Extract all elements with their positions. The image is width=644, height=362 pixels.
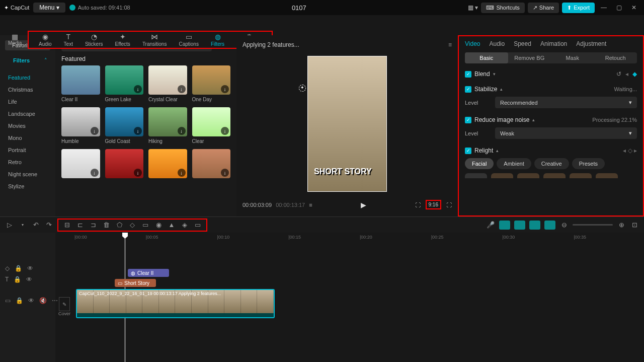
prop-tab-speed[interactable]: Speed [514,40,531,47]
sidebar-item-landscape[interactable]: Landscape [0,108,55,120]
keyframe-icon[interactable]: ◆ [632,70,637,78]
sidebar-item-portrait[interactable]: Portrait [0,144,55,156]
relight-preset[interactable] [491,173,513,178]
mic-icon[interactable]: 🎤 [486,221,495,230]
layout-icon[interactable]: ▦ ▾ [468,4,478,11]
relight-preset[interactable] [570,173,592,178]
filter-clear-ii[interactable]: Clear II [61,65,100,102]
relight-tab-creative[interactable]: Creative [534,158,569,169]
prop-tab-adjustment[interactable]: Adjustment [576,40,606,47]
rotate-icon[interactable]: ◈ [180,221,189,230]
snap-button[interactable] [544,221,555,230]
noise-checkbox[interactable]: ✓ [465,117,471,123]
split-right-icon[interactable]: ⊐ [89,221,98,230]
delete-icon[interactable]: 🗑 [102,221,111,230]
sidebar-item-mono[interactable]: Mono [0,132,55,144]
filter-one-day[interactable]: ↓One Day [192,65,231,102]
sidebar-item-christmas[interactable]: Christmas [0,84,55,96]
download-icon[interactable]: ↓ [134,85,142,93]
tool-icon[interactable]: ◉ [154,221,163,230]
track-mute-icon[interactable]: 🔇 [39,297,47,304]
track-visible-icon[interactable]: 👁 [27,265,33,272]
download-icon[interactable]: ↓ [178,127,186,135]
download-icon[interactable]: ↓ [221,169,229,177]
nav-text[interactable]: TText [58,32,79,48]
download-icon[interactable]: ↓ [221,85,229,93]
prop-tab-animation[interactable]: Animation [540,40,567,47]
zoom-slider[interactable] [573,224,613,226]
split-left-icon[interactable]: ⊏ [75,221,85,230]
track-lock-icon[interactable]: 🔒 [16,297,23,304]
download-icon[interactable]: ↓ [178,169,186,177]
relight-preset[interactable] [465,173,487,178]
blend-checkbox[interactable]: ✓ [465,71,471,78]
link-button[interactable] [514,221,525,230]
filter-item[interactable]: ↓ [105,149,144,178]
play-button[interactable]: ▶ [361,201,366,209]
undo-icon[interactable]: ↶ [31,221,40,230]
noise-level-select[interactable]: Weak▾ [495,127,637,139]
dropdown-icon[interactable]: ▾ [18,221,27,230]
sidebar-item-featured[interactable]: Featured [0,71,55,84]
subtab-retouch[interactable]: Retouch [594,52,637,63]
filters-tab[interactable]: Filters˄ [0,52,55,68]
filter-clip[interactable]: ◍ Clear II [128,269,169,277]
sidebar-item-life[interactable]: Life [0,96,55,108]
chevron-up-icon[interactable]: ▴ [496,148,499,153]
video-clip[interactable]: CapCut_110_2022_9_22_16_01_19 00:00:13:1… [76,289,275,318]
relight-tab-facial[interactable]: Facial [465,158,494,169]
relight-tab-presets[interactable]: Presets [572,158,605,169]
nav-media[interactable]: ▦Media [4,32,26,47]
nav-transitions[interactable]: ⋈Transitions [136,32,173,48]
keyframe-marker-icon[interactable]: ✦ [299,85,306,92]
track-visible-icon[interactable]: 👁 [26,276,32,283]
relight-preset[interactable] [517,173,539,178]
filter-clear[interactable]: ↓Clear [192,107,231,144]
subtab-mask[interactable]: Mask [551,52,594,63]
zoom-out-icon[interactable]: ⊖ [559,221,569,230]
sidebar-item-nightscene[interactable]: Night scene [0,168,55,180]
track-visible-icon[interactable]: 👁 [28,297,34,304]
filter-hiking[interactable]: ↓Hiking [148,107,187,144]
relight-preset[interactable] [596,173,618,178]
download-icon[interactable]: ↓ [91,127,99,135]
share-button[interactable]: ↗ Share [528,3,559,13]
download-icon[interactable]: ↓ [91,169,99,177]
track-lock-icon[interactable]: 🔒 [15,265,22,272]
download-icon[interactable]: ↓ [134,169,142,177]
tool-icon[interactable]: ⬠ [115,221,124,230]
chevron-up-icon[interactable]: ▴ [532,117,535,122]
nav-filters[interactable]: ◍Filters [205,32,230,48]
keyframe-nav-icon[interactable]: ◂ [625,70,628,78]
split-icon[interactable]: ⊟ [62,221,71,230]
filter-item[interactable]: ↓ [148,149,187,178]
subtab-basic[interactable]: Basic [465,52,508,63]
close-button[interactable]: ✕ [628,4,640,11]
nav-audio[interactable]: ◉Audio [33,32,58,48]
magnetic-button[interactable] [499,221,510,230]
sidebar-item-retro[interactable]: Retro [0,156,55,168]
maximize-button[interactable]: ▢ [613,4,625,11]
relight-tab-ambient[interactable]: Ambient [497,158,531,169]
selection-tool-icon[interactable]: ▷ [5,221,14,230]
caption-clip[interactable]: ▭ Short Story [115,279,156,287]
nav-effects[interactable]: ✦Effects [109,32,136,48]
menu-button[interactable]: Menu ▾ [33,3,65,13]
timeline-ruler[interactable]: |00:00 |00:05 |00:10 |00:15 |00:20 |00:2… [73,235,644,244]
chevron-up-icon[interactable]: ▴ [500,87,503,92]
fullscreen-icon[interactable]: ⛶ [446,202,452,208]
prop-tab-video[interactable]: Video [465,40,480,47]
filter-crystal-clear[interactable]: ↓Crystal Clear [148,65,187,102]
filter-item[interactable]: ↓ [61,149,100,178]
stabilize-level-select[interactable]: Recommended▾ [495,97,637,108]
subtab-removebg[interactable]: Remove BG [508,52,551,63]
preview-menu-icon[interactable]: ≡ [448,41,452,48]
filter-gold-coast[interactable]: ↓Gold Coast [105,107,144,144]
sidebar-item-movies[interactable]: Movies [0,120,55,132]
crop-icon[interactable]: ▭ [193,221,202,230]
filter-item[interactable]: ↓ [192,149,231,178]
tool-icon[interactable]: ▭ [141,221,150,230]
tool-icon[interactable]: ◇ [128,221,137,230]
shortcuts-button[interactable]: ⌨ Shortcuts [481,3,524,13]
track-toggle-icon[interactable]: ▭ [5,297,11,304]
